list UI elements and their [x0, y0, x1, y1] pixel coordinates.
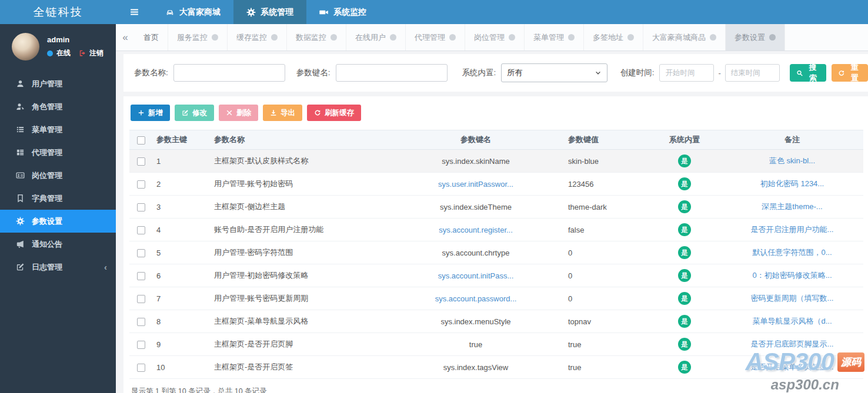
- tab-cache-monitor[interactable]: 缓存监控: [228, 24, 287, 51]
- tab-close-icon[interactable]: [330, 34, 337, 41]
- row-checkbox[interactable]: [137, 341, 145, 349]
- table-row[interactable]: 9 主框架页-是否开启页脚 true true 是 是否开启底部页脚显示...: [129, 333, 863, 356]
- row-checkbox[interactable]: [137, 226, 145, 234]
- cell-param-key[interactable]: sys.account.initPass...: [438, 271, 514, 280]
- table-row[interactable]: 4 账号自助-是否开启用户注册功能 sys.account.register..…: [129, 219, 863, 241]
- sidebar-item-log-mgmt[interactable]: 日志管理 ‹: [0, 256, 116, 278]
- select-all-checkbox[interactable]: [137, 136, 145, 145]
- cell-remark[interactable]: 是否开启底部页脚显示...: [751, 340, 834, 348]
- tab-close-icon[interactable]: [390, 34, 396, 41]
- delete-button[interactable]: 删除: [219, 105, 258, 121]
- tab-post-mgmt[interactable]: 岗位管理: [465, 24, 525, 51]
- col-header-param-name: 参数名称: [214, 130, 390, 150]
- topnav-item-system-monitor[interactable]: 系统监控: [306, 0, 379, 24]
- sidebar: admin 在线 注销 用户管理 角色管理 菜单管理 代理管理: [0, 24, 116, 393]
- tab-menu-mgmt[interactable]: 菜单管理: [525, 24, 584, 51]
- avatar[interactable]: [12, 33, 39, 61]
- table-row[interactable]: 6 用户管理-初始密码修改策略 sys.account.initPass... …: [129, 264, 863, 287]
- tab-label: 服务监控: [177, 32, 208, 43]
- end-time-input[interactable]: [725, 64, 780, 82]
- tab-online-users[interactable]: 在线用户: [346, 24, 406, 51]
- tab-multisig-address[interactable]: 多签地址: [584, 24, 643, 51]
- tab-label: 代理管理: [415, 32, 445, 43]
- cell-remark[interactable]: 0：初始密码修改策略...: [752, 271, 832, 280]
- tab-close-icon[interactable]: [568, 34, 575, 41]
- sidebar-item-label: 代理管理: [32, 147, 62, 158]
- sidebar-item-post-mgmt[interactable]: 岗位管理: [0, 164, 116, 187]
- table-row[interactable]: 5 用户管理-密码字符范围 sys.account.chrtype 0 是 默认…: [129, 241, 863, 264]
- search-button-label: 搜索: [806, 62, 820, 83]
- sidebar-item-role-mgmt[interactable]: 角色管理: [0, 95, 116, 118]
- cell-remark[interactable]: 是否开启注册用户功能...: [751, 225, 834, 234]
- table-row[interactable]: 1 主框架页-默认皮肤样式名称 sys.index.skinName skin-…: [129, 150, 863, 173]
- builtin-select[interactable]: 所有: [501, 63, 607, 82]
- refresh-cache-button[interactable]: 刷新缓存: [307, 105, 361, 121]
- cell-remark[interactable]: 蓝色 skin-bl...: [769, 156, 815, 165]
- hamburger-icon: [129, 7, 139, 17]
- tab-close-icon[interactable]: [509, 34, 515, 41]
- topnav-item-mall[interactable]: 大富家商城: [152, 0, 233, 24]
- tabs-collapse-button[interactable]: «: [116, 24, 135, 51]
- cell-param-key[interactable]: sys.account.register...: [439, 226, 513, 234]
- table-row[interactable]: 8 主框架页-菜单导航显示风格 sys.index.menuStyle topn…: [129, 310, 863, 333]
- tab-label: 在线用户: [355, 32, 386, 43]
- start-time-input[interactable]: [659, 64, 714, 82]
- sign-out-icon: [79, 49, 86, 57]
- export-button[interactable]: 导出: [263, 105, 302, 121]
- cell-param-id: 5: [153, 241, 214, 264]
- sidebar-item-menu-mgmt[interactable]: 菜单管理: [0, 118, 116, 141]
- tab-close-icon[interactable]: [627, 34, 634, 41]
- sidebar-item-agency-mgmt[interactable]: 代理管理: [0, 141, 116, 164]
- cell-param-key[interactable]: sys.user.initPasswor...: [438, 180, 513, 189]
- tab-label: 参数设置: [735, 32, 765, 43]
- cell-remark[interactable]: 菜单导航显示风格（d...: [752, 317, 832, 325]
- cell-remark[interactable]: 是否开启菜单多页签显...: [751, 362, 834, 371]
- param-key-input[interactable]: [336, 64, 448, 82]
- row-checkbox[interactable]: [137, 272, 145, 280]
- sidebar-item-user-mgmt[interactable]: 用户管理: [0, 72, 116, 95]
- table-row[interactable]: 3 主框架页-侧边栏主题 sys.index.sideTheme theme-d…: [129, 196, 863, 219]
- tab-close-icon[interactable]: [271, 34, 278, 41]
- cell-remark[interactable]: 深黑主题theme-...: [762, 202, 822, 211]
- tab-close-icon[interactable]: [710, 34, 716, 41]
- logout-button[interactable]: 注销: [79, 48, 104, 58]
- edit-button[interactable]: 修改: [175, 105, 214, 121]
- tab-agency-mgmt[interactable]: 代理管理: [406, 24, 465, 51]
- tab-close-icon[interactable]: [449, 34, 456, 41]
- tab-home[interactable]: 首页: [135, 24, 168, 51]
- cell-param-key[interactable]: sys.account.password...: [435, 294, 517, 303]
- table-row[interactable]: 7 用户管理-账号密码更新周期 sys.account.password... …: [129, 287, 863, 310]
- sidebar-toggle-button[interactable]: [116, 0, 152, 24]
- builtin-badge: 是: [678, 200, 691, 213]
- tab-close-icon[interactable]: [769, 34, 776, 41]
- add-button[interactable]: 新增: [131, 105, 170, 121]
- sidebar-item-label: 字典管理: [32, 193, 62, 204]
- tab-mall-goods[interactable]: 大富豪商城商品: [643, 24, 726, 51]
- sidebar-item-notice[interactable]: 通知公告: [0, 233, 116, 256]
- reset-button[interactable]: 重置: [832, 64, 868, 82]
- param-name-input[interactable]: [173, 64, 285, 82]
- search-button[interactable]: 搜索: [790, 64, 826, 82]
- tab-service-monitor[interactable]: 服务监控: [168, 24, 228, 51]
- tab-data-monitor[interactable]: 数据监控: [287, 24, 346, 51]
- table-row[interactable]: 2 用户管理-账号初始密码 sys.user.initPasswor... 12…: [129, 173, 863, 196]
- row-checkbox[interactable]: [137, 180, 145, 189]
- row-checkbox[interactable]: [137, 318, 145, 326]
- row-checkbox[interactable]: [137, 364, 145, 372]
- table-row[interactable]: 10 主框架页-是否开启页签 sys.index.tagsView true 是…: [129, 356, 863, 379]
- idcard-icon: [16, 171, 25, 180]
- row-checkbox[interactable]: [137, 157, 145, 166]
- online-status-label: 在线: [56, 48, 71, 58]
- cell-remark[interactable]: 默认任意字符范围，0...: [752, 248, 832, 257]
- tab-param-settings[interactable]: 参数设置: [726, 24, 785, 51]
- row-checkbox[interactable]: [137, 203, 145, 211]
- sidebar-item-param-settings[interactable]: 参数设置: [0, 210, 116, 233]
- cell-remark[interactable]: 初始化密码 1234...: [760, 179, 824, 188]
- sidebar-item-dict-mgmt[interactable]: 字典管理: [0, 187, 116, 210]
- cell-remark[interactable]: 密码更新周期（填写数...: [751, 294, 834, 303]
- refresh-icon: [314, 109, 321, 116]
- topnav-item-system-mgmt[interactable]: 系统管理: [233, 0, 306, 24]
- row-checkbox[interactable]: [137, 295, 145, 303]
- row-checkbox[interactable]: [137, 249, 145, 257]
- tab-close-icon[interactable]: [212, 34, 218, 41]
